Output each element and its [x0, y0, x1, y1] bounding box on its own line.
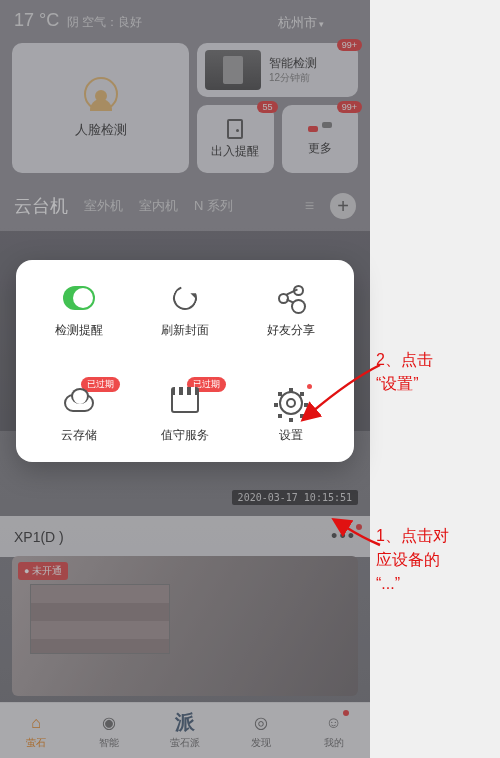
device-more-button[interactable]: ••• [331, 526, 356, 547]
popup-cloud-storage[interactable]: 已过期 云存储 [26, 387, 132, 444]
timestamp-overlay: 2020-03-17 10:15:51 [232, 490, 358, 505]
notification-dot [307, 384, 312, 389]
smart-detect-time: 12分钟前 [269, 71, 317, 84]
gear-icon [279, 391, 303, 415]
nav-home[interactable]: ⌂ 萤石 [25, 712, 47, 750]
more-icon [308, 122, 332, 136]
nav-me[interactable]: ☺ 我的 [323, 712, 345, 750]
city-selector[interactable]: 杭州市▾ [278, 14, 324, 32]
center-icon: 派 [174, 712, 196, 734]
tab-ptz[interactable]: 云台机 [14, 194, 68, 218]
inout-card[interactable]: 出入提醒 55 [197, 105, 274, 173]
nav-discover[interactable]: ◎ 发现 [250, 712, 272, 750]
home-icon: ⌂ [25, 712, 47, 734]
category-tabs: 云台机 室外机 室内机 N 系列 ≡ + [0, 181, 370, 231]
chevron-down-icon: ▾ [319, 19, 324, 29]
popup-guard-service[interactable]: 已过期 值守服务 [132, 387, 238, 444]
more-card[interactable]: 更多 99+ [282, 105, 359, 173]
thumbnail-icon [205, 50, 261, 90]
smart-detect-card[interactable]: 智能检测 12分钟前 99+ [197, 43, 358, 97]
popup-settings[interactable]: 设置 [238, 387, 344, 444]
face-detect-card[interactable]: 人脸检测 [12, 43, 189, 173]
badge-count: 99+ [337, 39, 362, 51]
discover-icon: ◎ [250, 712, 272, 734]
weather-text: 阴 空气：良好 [67, 15, 142, 29]
smart-detect-title: 智能检测 [269, 56, 317, 72]
status-badge: ● 未开通 [18, 562, 68, 580]
feature-cards: 人脸检测 智能检测 12分钟前 99+ 出入提醒 55 更多 [0, 35, 370, 181]
bottom-nav: ⌂ 萤石 ◉ 智能 派 萤石派 ◎ 发现 ☺ 我的 [0, 702, 370, 758]
action-sheet: 检测提醒 刷新封面 好友分享 已过期 云存储 已过期 值守服务 [16, 260, 354, 462]
device-row: XP1(D ) ••• [0, 516, 370, 557]
refresh-icon [169, 282, 201, 314]
device-name: XP1(D ) [14, 529, 64, 545]
add-button[interactable]: + [330, 193, 356, 219]
app-screen: 17 °C 阴 空气：良好 杭州市▾ 人脸检测 智能检测 12分钟前 99+ [0, 0, 370, 758]
nav-smart[interactable]: ◉ 智能 [98, 712, 120, 750]
popup-detect-toggle[interactable]: 检测提醒 [26, 282, 132, 339]
store-icon [171, 393, 199, 413]
annotation-2: 2、点击“设置” [376, 348, 433, 396]
face-icon [84, 77, 118, 111]
tab-outdoor[interactable]: 室外机 [84, 197, 123, 215]
tab-indoor[interactable]: 室内机 [139, 197, 178, 215]
weather-header: 17 °C 阴 空气：良好 杭州市▾ [0, 0, 370, 35]
face-detect-label: 人脸检测 [75, 121, 127, 139]
smart-icon: ◉ [98, 712, 120, 734]
nav-center[interactable]: 派 萤石派 [170, 712, 200, 750]
annotation-1: 1、点击对应设备的“...” [376, 524, 449, 596]
popup-refresh[interactable]: 刷新封面 [132, 282, 238, 339]
door-icon [227, 119, 243, 139]
temperature: 17 °C [14, 10, 59, 30]
hamburger-icon[interactable]: ≡ [305, 197, 314, 215]
me-icon: ☺ [323, 712, 345, 734]
share-icon [278, 287, 304, 309]
tab-nseries[interactable]: N 系列 [194, 197, 233, 215]
popup-share[interactable]: 好友分享 [238, 282, 344, 339]
toggle-icon [63, 286, 95, 310]
camera-preview[interactable]: ● 未开通 [12, 556, 358, 696]
cloud-icon [64, 394, 94, 412]
